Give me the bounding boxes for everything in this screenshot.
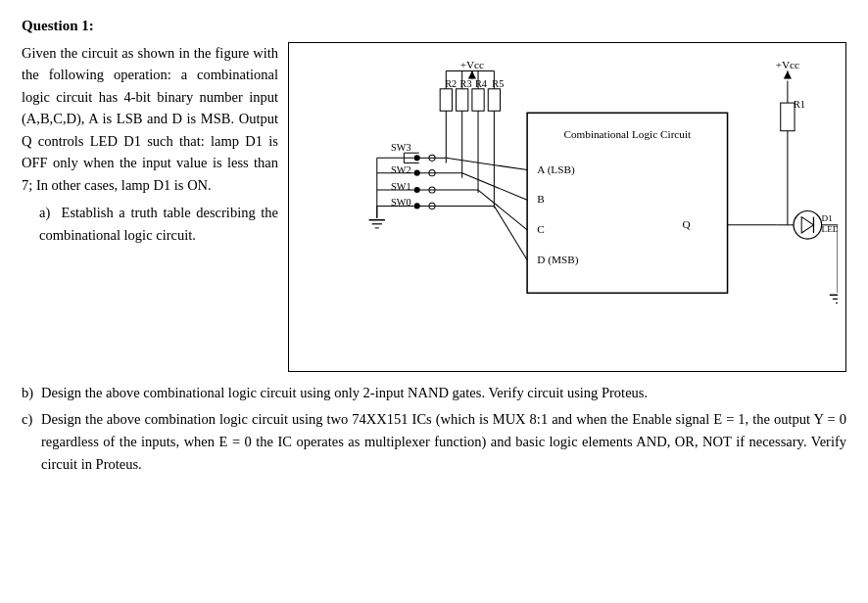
svg-rect-9 xyxy=(472,89,484,111)
svg-text:C: C xyxy=(537,223,545,235)
sub-a-item: a) Establish a truth table describing th… xyxy=(39,202,278,246)
svg-text:R4: R4 xyxy=(475,78,487,89)
svg-point-72 xyxy=(794,211,822,240)
svg-marker-73 xyxy=(801,217,813,233)
circuit-diagram-container: +Vcc R2 R3 R4 R5 xyxy=(288,42,846,372)
svg-text:R2: R2 xyxy=(445,78,457,89)
sub-b-item: b) Design the above combinational logic … xyxy=(22,382,846,404)
svg-text:D1: D1 xyxy=(822,213,834,223)
sub-a-text: Establish a truth table describing the c… xyxy=(39,205,278,242)
svg-text:D (MSB): D (MSB) xyxy=(537,254,578,266)
svg-text:SW3: SW3 xyxy=(391,142,410,153)
svg-text:+Vcc: +Vcc xyxy=(460,59,484,70)
intro-paragraph: Given the circuit as shown in the figure… xyxy=(22,42,278,196)
svg-rect-10 xyxy=(488,89,500,111)
svg-line-57 xyxy=(446,158,527,169)
svg-rect-7 xyxy=(440,89,452,111)
svg-marker-65 xyxy=(784,70,792,78)
sub-c-item: c) Design the above combination logic ci… xyxy=(22,408,846,477)
bottom-questions: b) Design the above combinational logic … xyxy=(22,382,846,477)
sub-c-text: Design the above combination logic circu… xyxy=(41,408,846,477)
svg-text:+Vcc: +Vcc xyxy=(776,59,799,70)
sub-b-label: b) xyxy=(22,382,37,404)
svg-rect-8 xyxy=(457,89,468,111)
svg-text:A (LSB): A (LSB) xyxy=(537,163,575,176)
svg-text:LED: LED xyxy=(822,224,838,234)
svg-line-60 xyxy=(494,206,527,259)
svg-rect-51 xyxy=(527,113,727,293)
svg-rect-68 xyxy=(781,103,795,131)
sub-a-label: a) xyxy=(39,205,50,220)
sub-b-text: Design the above combinational logic cir… xyxy=(41,382,648,404)
svg-line-59 xyxy=(478,190,527,230)
svg-line-58 xyxy=(462,173,527,201)
svg-text:Q: Q xyxy=(683,218,691,230)
question-title: Question 1: xyxy=(22,18,846,34)
sub-c-label: c) xyxy=(22,408,37,477)
svg-text:Combinational Logic Circuit: Combinational Logic Circuit xyxy=(563,128,692,140)
circuit-svg: +Vcc R2 R3 R4 R5 xyxy=(297,53,838,363)
svg-text:B: B xyxy=(537,193,545,205)
svg-text:R1: R1 xyxy=(794,99,805,110)
